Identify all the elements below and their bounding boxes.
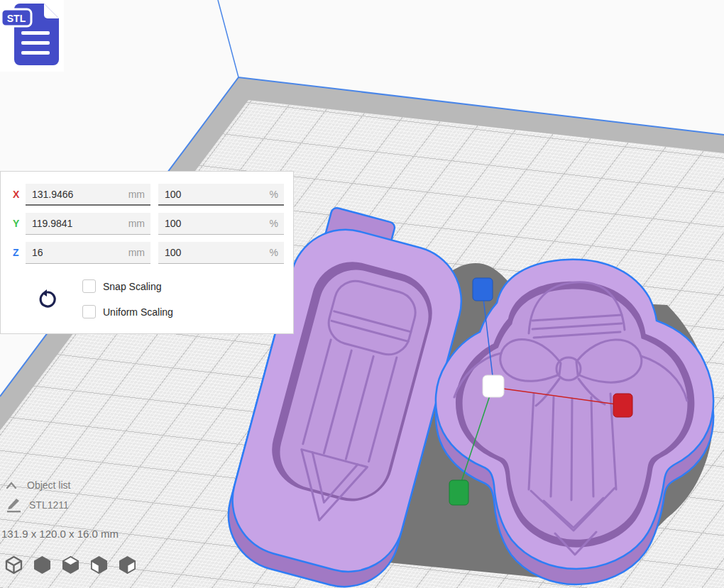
uniform-scaling-option: Uniform Scaling — [82, 305, 173, 318]
axis-x-label: X — [13, 189, 26, 200]
view-top-icon — [61, 555, 80, 575]
edit-pencil-icon — [6, 497, 22, 513]
scale-handle-y[interactable] — [449, 480, 468, 505]
view-right-button[interactable] — [118, 555, 137, 575]
view-left-icon — [89, 555, 109, 575]
scale-y-percent-input[interactable] — [158, 213, 284, 234]
snap-scaling-checkbox[interactable] — [82, 279, 96, 293]
view-front-icon — [33, 555, 52, 575]
view-front-button[interactable] — [33, 555, 52, 575]
stl-file-badge: STL — [0, 0, 64, 72]
view-orientation-toolbar — [4, 555, 137, 575]
uniform-scaling-checkbox[interactable] — [82, 305, 96, 318]
axis-y-label: Y — [13, 218, 26, 229]
scale-row-z: Z mm % — [1, 242, 293, 264]
reset-icon — [38, 289, 57, 309]
view-3d-button[interactable] — [4, 555, 23, 575]
scale-row-y: Y mm % — [1, 213, 293, 235]
object-list-item[interactable]: STL1211 — [6, 497, 69, 513]
object-list-title: Object list — [27, 479, 70, 491]
scale-tool-panel: X mm % Y mm % Z mm % — [0, 171, 294, 334]
view-left-button[interactable] — [89, 555, 109, 575]
scale-handle-x[interactable] — [613, 394, 632, 417]
chevron-up-icon — [6, 482, 17, 489]
snap-scaling-option: Snap Scaling — [82, 279, 162, 293]
scale-x-mm-input[interactable] — [26, 184, 150, 204]
scale-z-percent-input[interactable] — [158, 242, 284, 263]
snap-scaling-label: Snap Scaling — [103, 281, 162, 292]
axis-z-label: Z — [13, 247, 26, 258]
scale-z-mm-input[interactable] — [26, 242, 150, 263]
scale-handle-z[interactable] — [473, 278, 493, 301]
scale-handle-center[interactable] — [483, 375, 504, 397]
build-volume-corner-line — [218, 0, 238, 77]
model-dimensions-readout: 131.9 x 120.0 x 16.0 mm — [1, 528, 119, 540]
scale-y-mm-input[interactable] — [26, 213, 150, 234]
stl-document-icon: STL — [0, 0, 64, 72]
view-top-button[interactable] — [61, 555, 80, 575]
scale-x-percent-input[interactable] — [158, 184, 284, 204]
stl-badge-label: STL — [7, 13, 26, 24]
uniform-scaling-label: Uniform Scaling — [103, 306, 173, 318]
view-right-icon — [118, 555, 137, 575]
object-list-header[interactable]: Object list — [6, 479, 70, 491]
scale-row-x: X mm % — [1, 184, 293, 206]
view-3d-icon — [4, 555, 23, 575]
object-item-name: STL1211 — [29, 499, 69, 511]
reset-scale-button[interactable] — [38, 289, 57, 309]
